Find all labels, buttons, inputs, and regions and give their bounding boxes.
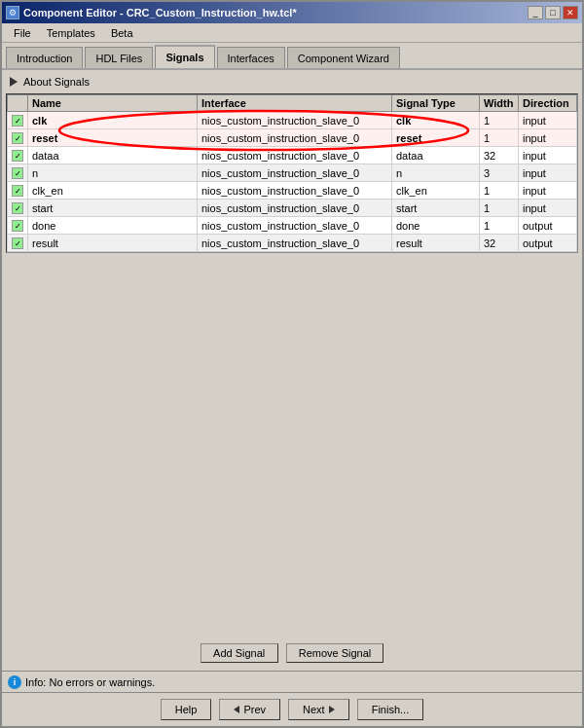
col-icon-header [8, 95, 28, 112]
cell-name: reset [28, 129, 198, 147]
cell-width: 1 [480, 217, 519, 235]
row-icon: ✓ [8, 182, 28, 200]
cell-interface: nios_custom_instruction_slave_0 [198, 182, 392, 200]
menu-templates[interactable]: Templates [39, 25, 103, 41]
cell-interface: nios_custom_instruction_slave_0 [198, 200, 392, 217]
cell-direction: input [519, 129, 577, 147]
cell-signal-type: clk [392, 112, 480, 129]
cell-signal-type: clk_en [392, 182, 480, 200]
main-window: ⚙ Component Editor - CRC_Custom_Instruct… [0, 0, 584, 728]
table-row[interactable]: ✓startnios_custom_instruction_slave_0sta… [8, 200, 577, 217]
tab-introduction[interactable]: Introduction [6, 47, 83, 68]
table-wrapper: Name Interface Signal Type Width Directi… [6, 93, 578, 636]
cell-signal-type: n [392, 164, 480, 182]
window-title: Component Editor - CRC_Custom_Instructio… [23, 7, 297, 18]
cell-width: 1 [480, 129, 519, 147]
cell-signal-type: reset [392, 129, 480, 147]
cell-name: start [28, 200, 198, 217]
cell-interface: nios_custom_instruction_slave_0 [198, 129, 392, 147]
content-area: About Signals Name Interface Signal Type… [2, 70, 582, 671]
cell-name: done [28, 217, 198, 235]
signals-table-container[interactable]: Name Interface Signal Type Width Directi… [6, 93, 578, 253]
cell-direction: output [519, 235, 577, 252]
prev-button[interactable]: Prev [219, 699, 280, 720]
row-icon: ✓ [8, 235, 28, 252]
info-icon: i [8, 675, 21, 689]
cell-direction: input [519, 147, 577, 164]
tab-interfaces[interactable]: Interfaces [217, 47, 285, 68]
table-row[interactable]: ✓dataanios_custom_instruction_slave_0dat… [8, 147, 577, 164]
title-bar-buttons: _ □ ✕ [528, 6, 578, 19]
cell-direction: input [519, 200, 577, 217]
status-bar: i Info: No errors or warnings. [2, 671, 582, 692]
prev-label: Prev [243, 704, 266, 715]
col-interface-header[interactable]: Interface [198, 95, 392, 112]
table-row[interactable]: ✓donenios_custom_instruction_slave_0done… [8, 217, 577, 235]
table-row[interactable]: ✓nnios_custom_instruction_slave_0n3input [8, 164, 577, 182]
next-button[interactable]: Next [288, 699, 349, 720]
add-signal-button[interactable]: Add Signal [201, 643, 278, 663]
cell-interface: nios_custom_instruction_slave_0 [198, 164, 392, 182]
remove-signal-button[interactable]: Remove Signal [286, 643, 384, 663]
cell-interface: nios_custom_instruction_slave_0 [198, 217, 392, 235]
cell-name: clk [28, 112, 198, 129]
cell-interface: nios_custom_instruction_slave_0 [198, 112, 392, 129]
collapse-triangle-icon [10, 77, 18, 87]
cell-direction: input [519, 112, 577, 129]
title-bar-left: ⚙ Component Editor - CRC_Custom_Instruct… [6, 6, 297, 19]
signal-action-buttons: Add Signal Remove Signal [6, 639, 578, 667]
cell-signal-type: done [392, 217, 480, 235]
cell-name: dataa [28, 147, 198, 164]
status-message: Info: No errors or warnings. [25, 676, 155, 688]
cell-direction: output [519, 217, 577, 235]
menu-file[interactable]: File [6, 25, 39, 41]
cell-width: 1 [480, 182, 519, 200]
tab-bar: Introduction HDL Files Signals Interface… [2, 43, 582, 70]
menu-beta[interactable]: Beta [103, 25, 141, 41]
cell-direction: input [519, 164, 577, 182]
next-label: Next [303, 704, 325, 715]
col-direction-header[interactable]: Direction [519, 95, 577, 112]
table-row[interactable]: ✓resetnios_custom_instruction_slave_0res… [8, 129, 577, 147]
title-bar: ⚙ Component Editor - CRC_Custom_Instruct… [2, 2, 582, 23]
cell-signal-type: result [392, 235, 480, 252]
cell-name: clk_en [28, 182, 198, 200]
close-button[interactable]: ✕ [563, 6, 578, 19]
prev-arrow-icon [234, 706, 239, 713]
table-row[interactable]: ✓resultnios_custom_instruction_slave_0re… [8, 235, 577, 252]
next-arrow-icon [329, 706, 335, 713]
tab-hdl-files[interactable]: HDL Files [85, 47, 153, 68]
maximize-button[interactable]: □ [545, 6, 561, 19]
bottom-nav: Help Prev Next Finish... [2, 692, 582, 726]
cell-width: 32 [480, 235, 519, 252]
table-row[interactable]: ✓clk_ennios_custom_instruction_slave_0cl… [8, 182, 577, 200]
tab-signals[interactable]: Signals [155, 45, 214, 68]
tab-component-wizard[interactable]: Component Wizard [287, 47, 400, 68]
about-signals-label: About Signals [23, 76, 90, 88]
table-header-row: Name Interface Signal Type Width Directi… [8, 95, 577, 112]
row-icon: ✓ [8, 164, 28, 182]
cell-interface: nios_custom_instruction_slave_0 [198, 235, 392, 252]
cell-width: 1 [480, 200, 519, 217]
col-signaltype-header[interactable]: Signal Type [392, 95, 480, 112]
menu-bar: File Templates Beta [2, 23, 582, 43]
minimize-button[interactable]: _ [528, 6, 543, 19]
about-signals-toggle[interactable]: About Signals [6, 74, 578, 90]
cell-name: result [28, 235, 198, 252]
row-icon: ✓ [8, 217, 28, 235]
row-icon: ✓ [8, 129, 28, 147]
signals-table: Name Interface Signal Type Width Directi… [7, 94, 577, 252]
cell-width: 1 [480, 112, 519, 129]
row-icon: ✓ [8, 147, 28, 164]
col-name-header[interactable]: Name [28, 95, 198, 112]
row-icon: ✓ [8, 112, 28, 129]
cell-interface: nios_custom_instruction_slave_0 [198, 147, 392, 164]
help-button[interactable]: Help [161, 699, 212, 720]
cell-width: 3 [480, 164, 519, 182]
table-row[interactable]: ✓clknios_custom_instruction_slave_0clk1i… [8, 112, 577, 129]
cell-signal-type: start [392, 200, 480, 217]
cell-signal-type: dataa [392, 147, 480, 164]
cell-width: 32 [480, 147, 519, 164]
col-width-header[interactable]: Width [480, 95, 519, 112]
finish-button[interactable]: Finish... [357, 699, 424, 720]
